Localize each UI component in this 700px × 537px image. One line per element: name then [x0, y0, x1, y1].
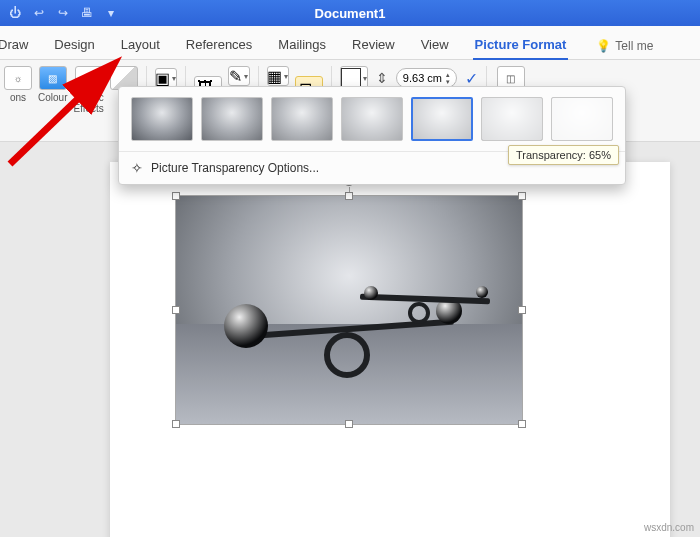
- resize-handle-l[interactable]: [172, 306, 180, 314]
- options-label: Picture Transparency Options...: [151, 161, 319, 175]
- resize-handle-br[interactable]: [518, 420, 526, 428]
- resize-handle-b[interactable]: [345, 420, 353, 428]
- label: Colour: [38, 92, 67, 103]
- options-icon: ✧: [131, 160, 143, 176]
- pen-icon: ✎: [229, 67, 242, 86]
- resize-handle-t[interactable]: [345, 192, 353, 200]
- height-value: 9.63 cm: [403, 72, 442, 84]
- page: [110, 162, 670, 537]
- preset-65[interactable]: [411, 97, 473, 141]
- tab-view[interactable]: View: [419, 30, 451, 59]
- bulb-icon: 💡: [596, 39, 611, 53]
- artistic-effects-button[interactable]: 🖼Artistic Effects: [73, 66, 103, 114]
- titlebar: ⏻ ↩ ↪ 🖶 ▾ Document1: [0, 0, 700, 26]
- resize-handle-bl[interactable]: [172, 420, 180, 428]
- transparency-presets: [119, 87, 625, 151]
- corrections-button[interactable]: ☼ons: [4, 66, 32, 103]
- crop-icon: [341, 68, 361, 88]
- tell-me[interactable]: 💡Tell me: [594, 33, 655, 59]
- picture-border-button[interactable]: ✎: [228, 66, 250, 86]
- tab-picture-format[interactable]: Picture Format: [473, 30, 569, 59]
- redo-icon[interactable]: ↪: [54, 4, 72, 22]
- height-icon: ⇕: [376, 70, 388, 86]
- height-input[interactable]: 9.63 cm ▴▾: [396, 68, 457, 88]
- preset-95[interactable]: [551, 97, 613, 141]
- quick-access-toolbar: ⏻ ↩ ↪ 🖶 ▾: [6, 4, 120, 22]
- label: ons: [10, 92, 26, 103]
- tab-references[interactable]: References: [184, 30, 254, 59]
- document-area: [0, 142, 700, 537]
- selected-image[interactable]: [176, 196, 522, 424]
- down-icon: ▾: [446, 78, 450, 85]
- painting-icon: 🖼: [84, 73, 94, 84]
- stepper[interactable]: ▴▾: [446, 71, 450, 85]
- position-button[interactable]: ▦: [267, 66, 289, 86]
- position-icon: ▦: [267, 67, 282, 86]
- autosave-icon[interactable]: ⏻: [6, 4, 24, 22]
- chevron-down-icon[interactable]: ▾: [102, 4, 120, 22]
- undo-icon[interactable]: ↩: [30, 4, 48, 22]
- sun-icon: ☼: [13, 73, 22, 84]
- tab-strip: Draw Design Layout References Mailings R…: [0, 26, 700, 60]
- pane-icon: ◫: [506, 73, 515, 84]
- up-icon: ▴: [446, 71, 450, 78]
- preset-0[interactable]: [131, 97, 193, 141]
- resize-handle-r[interactable]: [518, 306, 526, 314]
- compress-icon: ▣: [155, 69, 170, 88]
- resize-handle-tr[interactable]: [518, 192, 526, 200]
- print-icon[interactable]: 🖶: [78, 4, 96, 22]
- tab-draw[interactable]: Draw: [0, 30, 30, 59]
- colour-button[interactable]: ▨Colour: [38, 66, 67, 103]
- confirm-icon[interactable]: ✓: [465, 69, 478, 88]
- preset-15[interactable]: [201, 97, 263, 141]
- transparency-flyout: Transparency: 65% ✧ Picture Transparency…: [118, 86, 626, 185]
- document-title: Document1: [315, 6, 386, 21]
- tab-design[interactable]: Design: [52, 30, 96, 59]
- watermark: wsxdn.com: [644, 522, 694, 533]
- tab-layout[interactable]: Layout: [119, 30, 162, 59]
- label: Artistic Effects: [73, 92, 103, 114]
- tab-mailings[interactable]: Mailings: [276, 30, 328, 59]
- tab-review[interactable]: Review: [350, 30, 397, 59]
- compress-button[interactable]: ▣: [155, 68, 177, 88]
- preset-tooltip: Transparency: 65%: [508, 145, 619, 165]
- picture-icon: ▨: [48, 73, 57, 84]
- balance-image: [176, 196, 522, 424]
- preset-30[interactable]: [271, 97, 333, 141]
- preset-50[interactable]: [341, 97, 403, 141]
- preset-80[interactable]: [481, 97, 543, 141]
- resize-handle-tl[interactable]: [172, 192, 180, 200]
